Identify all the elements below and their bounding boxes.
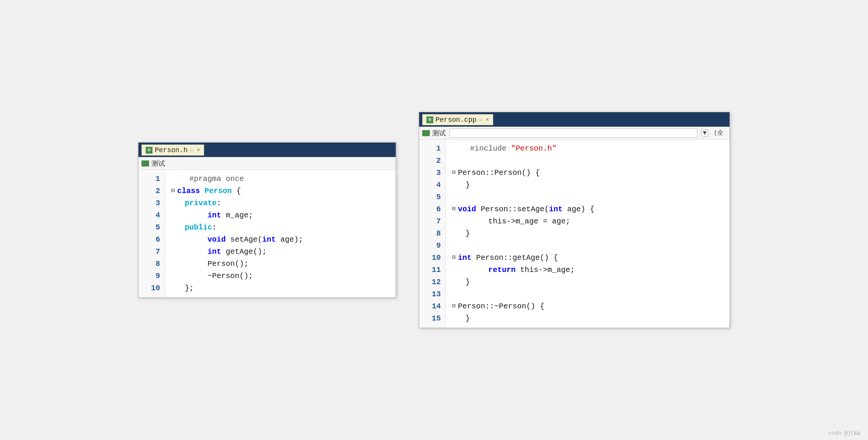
- line-num: 12: [419, 276, 445, 288]
- code-line-12: }: [452, 276, 723, 288]
- code-line-11: return this->m_age;: [452, 264, 723, 276]
- collapse-icon[interactable]: ⊟: [452, 253, 457, 263]
- right-toolbar-icon: [422, 130, 430, 136]
- left-pin-icon[interactable]: ⊞: [190, 147, 193, 153]
- line-num: 14: [419, 300, 445, 313]
- left-tab-icon: ⊠: [146, 147, 153, 154]
- code-line-1: #include "Person.h": [452, 143, 723, 155]
- line-num: 3: [138, 197, 165, 209]
- line-num: 6: [138, 234, 165, 246]
- code-line-5: public:: [171, 222, 390, 234]
- code-line-1: #pragma once: [171, 173, 390, 185]
- right-title-bar: ⊠ Person.cpp ⊞ ×: [419, 112, 730, 127]
- left-editor: ⊠ Person.h ⊞ × 测试 1 2 3 4 5 6 7 8 9 10 #…: [138, 142, 396, 298]
- right-toolbar: 测试 ▼ (全: [419, 127, 730, 140]
- line-num: 1: [419, 143, 445, 155]
- collapse-icon[interactable]: ⊟: [452, 168, 457, 178]
- code-line-8: Person();: [171, 258, 390, 270]
- code-line-10: };: [171, 282, 390, 294]
- right-line-numbers: 1 2 3 4 5 6 7 8 9 10 11 12 13 14 15: [419, 140, 446, 328]
- line-num: 15: [419, 313, 445, 325]
- left-code-area: 1 2 3 4 5 6 7 8 9 10 #pragma once ⊟class…: [138, 170, 396, 297]
- line-num: 2: [419, 155, 445, 167]
- line-num: 4: [419, 179, 445, 191]
- left-tab-title: Person.h: [155, 146, 187, 154]
- code-line-3: private:: [171, 197, 390, 209]
- line-num: 11: [419, 264, 445, 276]
- left-toolbar-label: 测试: [151, 159, 165, 168]
- left-toolbar: 测试: [138, 157, 396, 170]
- code-line-4: }: [452, 179, 723, 191]
- line-num: 8: [138, 258, 165, 270]
- left-code-content[interactable]: #pragma once ⊟class Person { private: in…: [165, 170, 396, 297]
- right-code-content[interactable]: #include "Person.h" ⊟Person::Person() { …: [446, 140, 730, 328]
- left-toolbar-icon: [142, 160, 149, 167]
- code-line-5: [452, 191, 723, 203]
- code-line-9: ~Person();: [171, 270, 390, 282]
- code-line-10: ⊟int Person::getAge() {: [452, 252, 723, 264]
- watermark: csdn @jt&a: [829, 430, 860, 436]
- code-line-2: [452, 155, 723, 167]
- right-tab-icon: ⊠: [426, 116, 433, 123]
- code-line-4: int m_age;: [171, 209, 390, 222]
- line-num: 10: [138, 282, 165, 294]
- line-num: 9: [419, 240, 445, 252]
- code-line-8: }: [452, 228, 723, 240]
- right-toolbar-dropdown-arrow[interactable]: ▼: [701, 129, 709, 137]
- right-editor: ⊠ Person.cpp ⊞ × 测试 ▼ (全 1 2 3 4 5 6 7 8…: [419, 112, 730, 328]
- line-num: 13: [419, 288, 445, 300]
- code-line-13: [452, 288, 723, 300]
- code-line-9: [452, 240, 723, 252]
- line-num: 5: [138, 222, 165, 234]
- code-line-6: ⊟void Person::setAge(int age) {: [452, 203, 723, 215]
- line-num: 7: [419, 215, 445, 228]
- right-tab[interactable]: ⊠ Person.cpp ⊞ ×: [422, 114, 493, 125]
- code-line-7: this->m_age = age;: [452, 215, 723, 228]
- line-num: 1: [138, 173, 165, 185]
- left-title-bar: ⊠ Person.h ⊞ ×: [138, 143, 396, 157]
- line-num: 4: [138, 209, 165, 222]
- code-line-6: void setAge(int age);: [171, 234, 390, 246]
- right-tab-title: Person.cpp: [436, 116, 476, 124]
- line-num: 5: [419, 191, 445, 203]
- collapse-icon[interactable]: ⊟: [171, 186, 176, 196]
- code-line-3: ⊟Person::Person() {: [452, 167, 723, 179]
- right-pin-icon[interactable]: ⊞: [479, 116, 482, 123]
- code-line-2: ⊟class Person {: [171, 185, 390, 197]
- line-num: 9: [138, 270, 165, 282]
- line-num: 3: [419, 167, 445, 179]
- right-toolbar-label: 测试: [432, 129, 446, 138]
- left-tab-close[interactable]: ×: [197, 147, 200, 153]
- line-num: 8: [419, 228, 445, 240]
- line-num: 6: [419, 203, 445, 215]
- left-line-numbers: 1 2 3 4 5 6 7 8 9 10: [138, 170, 165, 297]
- code-line-15: }: [452, 313, 723, 325]
- left-tab[interactable]: ⊠ Person.h ⊞ ×: [142, 145, 204, 156]
- right-toolbar-extra: (全: [711, 129, 726, 137]
- code-line-7: int getAge();: [171, 246, 390, 258]
- collapse-icon[interactable]: ⊟: [452, 204, 457, 214]
- right-tab-close[interactable]: ×: [486, 117, 489, 123]
- line-num: 2: [138, 185, 165, 197]
- collapse-icon[interactable]: ⊟: [452, 302, 457, 311]
- code-line-14: ⊟Person::~Person() {: [452, 300, 723, 313]
- line-num: 10: [419, 252, 445, 264]
- line-num: 7: [138, 246, 165, 258]
- right-code-area: 1 2 3 4 5 6 7 8 9 10 11 12 13 14 15 #inc…: [419, 140, 730, 328]
